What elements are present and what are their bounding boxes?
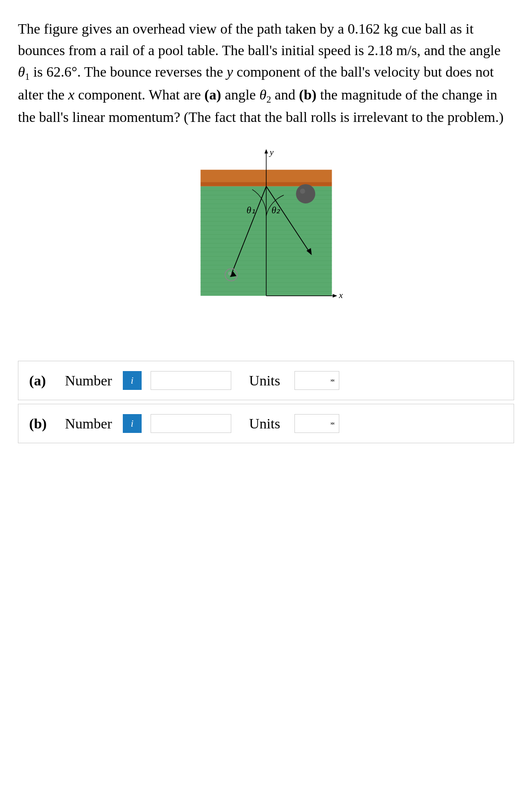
- svg-point-31: [300, 189, 305, 194]
- units-label-b: Units: [249, 415, 280, 432]
- svg-marker-33: [333, 294, 337, 298]
- part-a-label: (a): [29, 372, 56, 389]
- svg-text:y: y: [268, 148, 273, 157]
- svg-marker-1: [264, 149, 268, 154]
- pool-figure: y: [172, 146, 360, 334]
- figure-container: y: [18, 146, 514, 334]
- info-button-b[interactable]: i: [123, 414, 142, 433]
- number-label-a: Number: [65, 372, 112, 389]
- number-input-a[interactable]: [151, 371, 231, 390]
- svg-text:θ₂: θ₂: [271, 205, 281, 216]
- answer-row-a: (a) Number i Units ° rad: [18, 361, 514, 400]
- number-label-b: Number: [65, 415, 112, 432]
- svg-text:θ₁: θ₁: [247, 205, 255, 216]
- svg-point-43: [228, 272, 232, 275]
- units-select-a[interactable]: ° rad: [294, 371, 339, 390]
- svg-text:x: x: [338, 290, 343, 300]
- units-label-a: Units: [249, 372, 280, 389]
- answer-section: (a) Number i Units ° rad (b) Number i Un…: [18, 361, 514, 443]
- info-button-a[interactable]: i: [123, 371, 142, 390]
- number-input-b[interactable]: [151, 414, 231, 433]
- problem-text: The figure gives an overhead view of the…: [18, 18, 514, 128]
- svg-point-30: [296, 184, 315, 203]
- answer-row-b: (b) Number i Units kg·m/s N·s: [18, 404, 514, 443]
- part-b-label: (b): [29, 415, 56, 432]
- units-select-b[interactable]: kg·m/s N·s: [294, 414, 339, 433]
